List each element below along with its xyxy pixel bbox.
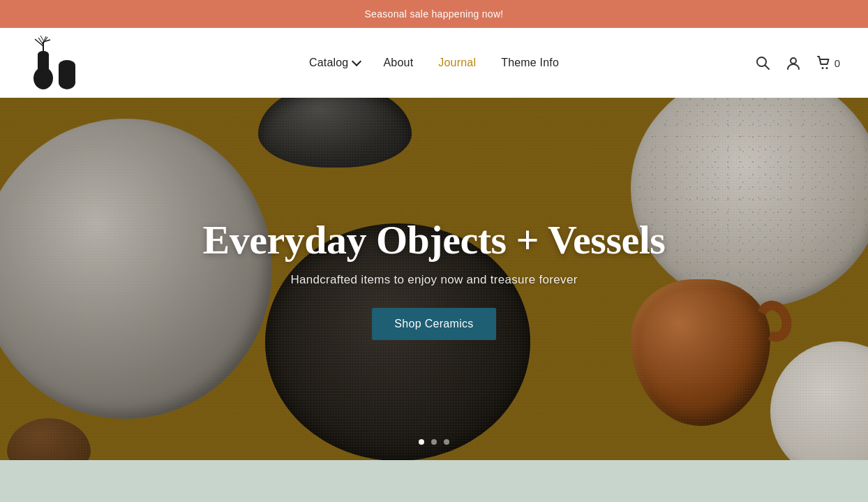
cart-count: 0: [835, 57, 840, 69]
announcement-text: Seasonal sale happening now!: [364, 8, 503, 20]
nav-theme-info[interactable]: Theme Info: [501, 57, 559, 69]
nav-about[interactable]: About: [383, 57, 413, 69]
svg-point-5: [59, 60, 75, 71]
header-icons: 0: [755, 55, 840, 71]
account-button[interactable]: [786, 55, 801, 71]
account-icon: [786, 55, 801, 71]
slide-dot-2[interactable]: [431, 439, 437, 445]
cart-button[interactable]: 0: [816, 55, 840, 71]
search-button[interactable]: [755, 55, 770, 71]
announcement-bar: Seasonal sale happening now!: [0, 0, 868, 28]
hero-subtitle: Handcrafted items to enjoy now and treas…: [290, 273, 577, 287]
main-nav: Catalog About Journal Theme Info: [309, 57, 559, 69]
logo-icon: [28, 35, 80, 91]
hero-section: Everyday Objects + Vessels Handcrafted i…: [0, 98, 868, 460]
hero-title: Everyday Objects + Vessels: [203, 218, 666, 263]
hero-content: Everyday Objects + Vessels Handcrafted i…: [0, 98, 868, 460]
svg-line-14: [765, 66, 769, 70]
svg-line-11: [40, 36, 43, 40]
svg-point-17: [825, 67, 828, 69]
cart-icon: [816, 55, 832, 71]
svg-point-15: [791, 58, 796, 64]
slide-dots: [419, 439, 449, 445]
chevron-down-icon: [352, 57, 361, 66]
svg-point-16: [821, 67, 823, 69]
svg-rect-1: [38, 54, 49, 80]
search-icon: [755, 55, 770, 71]
slide-dot-3[interactable]: [444, 439, 449, 445]
logo[interactable]: [28, 35, 80, 91]
shop-ceramics-button[interactable]: Shop Ceramics: [372, 308, 495, 340]
slide-dot-1[interactable]: [419, 439, 424, 445]
header: Catalog About Journal Theme Info: [0, 28, 868, 98]
hero-background: Everyday Objects + Vessels Handcrafted i…: [0, 98, 868, 460]
nav-journal[interactable]: Journal: [438, 57, 476, 69]
nav-catalog[interactable]: Catalog: [309, 57, 359, 69]
